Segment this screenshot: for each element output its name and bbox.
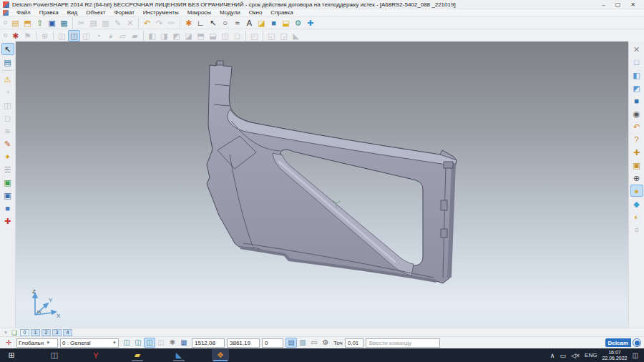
command-input[interactable]: Ввести команду <box>366 338 440 348</box>
compare-e-icon[interactable]: ◻ <box>1 112 14 124</box>
new-model-icon[interactable]: ▤ <box>9 17 21 29</box>
menu-5[interactable]: Инструменты <box>139 9 183 16</box>
solid-add-icon[interactable]: ⊕ <box>39 30 51 41</box>
import-icon[interactable]: ⇧ <box>34 17 46 29</box>
compare-h-icon[interactable]: ◫ <box>1 99 14 111</box>
menu-8[interactable]: Окно <box>245 9 267 16</box>
cut-icon[interactable]: ✂ <box>75 17 87 29</box>
warning-icon[interactable]: ⚠ <box>1 73 14 85</box>
globe-wireframe-icon[interactable]: ⊕ <box>630 172 643 184</box>
solid-op-7-icon[interactable]: ◫ <box>219 30 231 41</box>
workplane-cube-1-icon[interactable]: ◫ <box>121 338 132 348</box>
select-cursor-icon[interactable]: ↖ <box>1 43 14 55</box>
blue-app-icon[interactable]: ◣ <box>170 349 187 361</box>
workplane-cube-2-icon[interactable]: ◫ <box>132 338 144 348</box>
start-button[interactable]: ⊞ <box>3 349 20 361</box>
close-button-icon[interactable]: ✕ <box>630 1 635 8</box>
clipboard-notes-icon[interactable]: ▤ <box>1 56 14 68</box>
levels-icon[interactable]: ❏ <box>10 329 19 336</box>
solid-box-icon[interactable]: ■ <box>1 202 14 214</box>
dynamic-section-icon[interactable]: ◆ <box>630 197 643 210</box>
solid-op-2-icon[interactable]: ◨ <box>158 30 170 41</box>
view-shaded-wire-icon[interactable]: ◩ <box>630 82 643 94</box>
level-tab-3[interactable]: 3 <box>52 329 62 336</box>
inspect-blue-box-icon[interactable]: ▣ <box>1 189 14 201</box>
edit-icon[interactable]: ✏ <box>165 17 177 29</box>
feature-tools-icon[interactable]: ⚙ <box>292 17 304 29</box>
solid-boolean-3-icon[interactable]: ◲ <box>278 30 290 41</box>
tray-chevron-icon[interactable]: ∧ <box>550 352 555 359</box>
wizard-icon[interactable]: ✚ <box>304 17 316 29</box>
view-iso-icon[interactable]: ◉ <box>630 107 643 119</box>
menu-3[interactable]: Объект <box>82 9 109 16</box>
create-solid-icon[interactable]: ■ <box>268 17 280 29</box>
clock[interactable]: 16:07 22.06.2022 <box>602 350 627 361</box>
solid-boolean-2-icon[interactable]: ◱ <box>265 30 278 41</box>
level-tab-1[interactable]: 1 <box>31 329 40 336</box>
copy-icon[interactable]: ▤ <box>87 17 99 29</box>
menu-0[interactable]: Файл <box>12 9 35 16</box>
solid-op-3-icon[interactable]: ◩ <box>170 30 182 41</box>
shading-sphere-icon[interactable]: ● <box>630 185 643 197</box>
bird-tool-icon[interactable]: ✦ <box>1 150 14 162</box>
solid-round-1-icon[interactable]: ▱ <box>117 30 129 41</box>
redo-icon[interactable]: ↷ <box>153 17 165 29</box>
panel-close-icon[interactable]: ✕ <box>630 43 643 55</box>
save-icon[interactable]: ▣ <box>46 17 58 29</box>
solid-boolean-1-icon[interactable]: ◰ <box>248 30 260 41</box>
solid-op-5-icon[interactable]: ⬒ <box>195 30 207 41</box>
keyboard-icon[interactable]: ▭ <box>308 338 320 348</box>
create-circle-icon[interactable]: ○ <box>219 17 231 29</box>
solid-feature-3-icon[interactable]: ◫ <box>80 30 92 41</box>
create-text-icon[interactable]: A <box>243 17 255 29</box>
paint-brush-icon[interactable]: ✎ <box>1 137 14 150</box>
create-line-icon[interactable]: ∟ <box>195 17 207 29</box>
yandex-browser-icon[interactable]: Y <box>87 349 104 361</box>
create-curve-icon[interactable]: ≈ <box>231 17 243 29</box>
light-bulb-icon[interactable]: ○ <box>630 223 643 235</box>
solid-op-4-icon[interactable]: ◪ <box>182 30 195 41</box>
workplane-select[interactable]: Глобальн ▼ <box>16 338 58 348</box>
speaker-muted-icon[interactable]: ◁× <box>571 352 580 359</box>
level-tab-4[interactable]: 4 <box>63 329 72 336</box>
mini-table-icon[interactable]: ▥ <box>297 338 308 348</box>
menu-6[interactable]: Макросы <box>183 9 215 16</box>
graphics-viewport[interactable]: Z Y X w <box>16 41 628 328</box>
cad-model-panel[interactable] <box>16 41 628 328</box>
view-hidden-icon[interactable]: ◧ <box>630 69 643 81</box>
create-arrow-icon[interactable]: ↖ <box>207 17 219 29</box>
print-icon[interactable]: ▦ <box>58 17 70 29</box>
blank-tool-icon[interactable]: ◔ <box>1 86 14 98</box>
grid-icon[interactable]: ▦ <box>178 338 190 348</box>
open-model-icon[interactable]: ⬒ <box>21 17 34 29</box>
position-table-icon[interactable]: ▤ <box>286 338 297 348</box>
level-select[interactable]: 0 : General ▼ <box>60 338 119 348</box>
solid-op-8-icon[interactable]: ◻ <box>231 30 243 41</box>
menu-7[interactable]: Модули <box>215 9 245 16</box>
undo-icon[interactable]: ↶ <box>141 17 153 29</box>
create-surface-icon[interactable]: ◪ <box>255 17 268 29</box>
task-view-icon[interactable]: ◫ <box>46 349 63 361</box>
solid-op-1-icon[interactable]: ◧ <box>146 30 158 41</box>
z-coordinate-field[interactable]: 0 <box>262 338 283 348</box>
delete-icon[interactable]: ✕ <box>124 17 136 29</box>
workplane-icon[interactable]: ✱ <box>182 17 195 29</box>
workplane-axis-icon[interactable]: ✛ <box>3 338 14 348</box>
crumple-icon[interactable]: ≋ <box>1 124 14 137</box>
solid-axes-icon[interactable]: ✱ <box>9 30 21 41</box>
menu-4[interactable]: Формат <box>109 9 138 16</box>
solid-round-2-icon[interactable]: ▰ <box>129 30 141 41</box>
zoom-full-icon[interactable]: ✚ <box>630 146 643 158</box>
surface-tools-icon[interactable]: ⬓ <box>280 17 292 29</box>
toolbar-grip[interactable] <box>4 21 7 24</box>
minimize-button-icon[interactable]: – <box>602 1 605 8</box>
menu-2[interactable]: Вид <box>63 9 82 16</box>
file-explorer-icon[interactable]: ▰ <box>129 349 146 361</box>
workplane-new-icon[interactable]: ✱ <box>167 338 178 348</box>
zoom-question-icon[interactable]: ? <box>630 133 643 145</box>
level-tab-2[interactable]: 2 <box>42 329 51 336</box>
solid-feature-2-icon[interactable]: ◫ <box>68 30 80 41</box>
toolbar-grip-2[interactable] <box>4 34 7 37</box>
solid-feature-1-icon[interactable]: ◫ <box>56 30 68 41</box>
solid-op-6-icon[interactable]: ⬓ <box>207 30 219 41</box>
